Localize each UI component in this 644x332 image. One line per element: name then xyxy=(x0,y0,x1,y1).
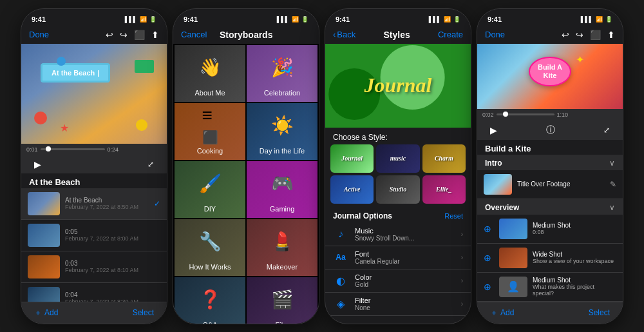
category-about-me[interactable]: 👋 About Me xyxy=(175,45,245,102)
phone3-top-bar: ‹ Back Styles Create xyxy=(325,27,471,44)
options-title-3: Journal Options xyxy=(333,211,392,220)
clip-thumb-3 xyxy=(28,287,60,302)
filter-value: None xyxy=(355,304,455,311)
scrubber-4[interactable] xyxy=(497,113,554,115)
medium-shot-item-1[interactable]: ⊕ Medium Shot 0:08 xyxy=(477,215,623,244)
diy-icon: 🖌️ xyxy=(199,173,222,194)
diy-label: DIY xyxy=(175,205,245,213)
preview-controls-4: 0:02 1:10 xyxy=(477,109,623,121)
option-filter[interactable]: ◈ Filter None › xyxy=(325,293,471,316)
category-diy[interactable]: 🖌️ DIY xyxy=(175,161,245,218)
qa-label: Q&A xyxy=(175,321,245,324)
category-gaming[interactable]: 🎮 Gaming xyxy=(247,161,317,218)
cancel-button-2[interactable]: Cancel xyxy=(181,30,207,39)
play-button-4[interactable]: ▶ xyxy=(490,125,497,135)
battery-icon: 🔋 xyxy=(149,16,156,23)
redo-icon-4[interactable]: ↪ xyxy=(576,30,583,40)
back-button-3[interactable]: ‹ Back xyxy=(333,30,355,39)
clip-item-1[interactable]: 0:05 February 7, 2022 at 8:00 AM xyxy=(21,220,167,251)
wifi-icon-2: 📶 xyxy=(292,16,299,23)
option-music[interactable]: ♪ Music Snowy Stroll Down... › xyxy=(325,223,471,246)
select-button-4[interactable]: Select xyxy=(589,308,610,317)
add-icon-1: ＋ xyxy=(34,308,42,318)
clip-item-2[interactable]: 0:03 February 7, 2022 at 8:10 AM xyxy=(21,251,167,283)
style-studio[interactable]: Studio xyxy=(376,175,419,204)
style-charm[interactable]: Charm xyxy=(422,144,466,173)
cooking-icon: ≡⬛ xyxy=(202,105,218,146)
add-shot-icon-3[interactable]: ⊕ xyxy=(484,282,494,292)
style-studio-label: Studio xyxy=(390,186,407,193)
music-info: Music Snowy Stroll Down... xyxy=(355,227,455,242)
add-shot-icon-1[interactable]: ⊕ xyxy=(484,224,494,234)
category-celebration[interactable]: 🎉 Celebration xyxy=(247,45,317,102)
section-intro-header[interactable]: Intro ∨ xyxy=(477,155,623,170)
music-name: Music xyxy=(355,227,455,235)
done-button-4[interactable]: Done xyxy=(485,30,505,39)
makeover-icon: 💄 xyxy=(271,231,294,252)
export-icon[interactable]: ⬆ xyxy=(151,30,159,40)
preview-area-4: Build AKite ✦ xyxy=(477,44,623,109)
add-button-1[interactable]: ＋ Add xyxy=(34,308,58,318)
style-disco[interactable]: Ellie_ xyxy=(422,175,466,204)
clip-info-2: 0:03 February 7, 2022 at 8:10 AM xyxy=(65,260,160,273)
undo-icon[interactable]: ↩ xyxy=(106,30,113,40)
select-button-1[interactable]: Select xyxy=(133,308,154,317)
category-how-it-works[interactable]: 🔧 How It Works xyxy=(175,219,245,276)
share-icon-4[interactable]: ⬛ xyxy=(590,30,601,40)
done-button-1[interactable]: Done xyxy=(29,30,49,39)
category-qa[interactable]: ❓ Q&A xyxy=(175,277,245,324)
style-grid-3: Journal music Charm Active Studio Ellie_ xyxy=(325,144,471,208)
status-bar-2: 9:41 ▌▌▌ 📶 🔋 xyxy=(173,9,319,27)
clip-item-0[interactable]: At the Beach February 7, 2022 at 8:50 AM… xyxy=(21,188,167,220)
option-font[interactable]: Aa Font Canela Regular › xyxy=(325,246,471,269)
status-icons-1: ▌▌▌ 📶 🔋 xyxy=(125,16,156,23)
undo-icon-4[interactable]: ↩ xyxy=(562,30,569,40)
style-active[interactable]: Active xyxy=(330,175,374,204)
reset-button-3[interactable]: Reset xyxy=(444,212,463,220)
hero-journal-text: Journal xyxy=(365,73,432,97)
add-icon-4: ＋ xyxy=(490,308,498,318)
fullscreen-button-1[interactable]: ⤢ xyxy=(147,160,154,169)
option-color[interactable]: ◐ Color Gold › xyxy=(325,269,471,293)
scrubber-thumb-1 xyxy=(46,146,51,151)
category-makeover[interactable]: 💄 Makeover xyxy=(247,219,317,276)
title-footage-name: Title Over Footage xyxy=(517,181,605,188)
info-button-4[interactable]: ⓘ xyxy=(546,124,555,136)
music-value: Snowy Stroll Down... xyxy=(355,235,455,242)
play-button-1[interactable]: ▶ xyxy=(34,159,41,170)
add-shot-icon-2[interactable]: ⊕ xyxy=(484,253,494,263)
toolbar-icons-4: ↩ ↪ ⬛ ⬆ xyxy=(562,30,615,40)
style-journal[interactable]: Journal xyxy=(330,144,374,173)
title-over-footage-item[interactable]: Title Over Footage ✎ xyxy=(477,170,623,199)
redo-icon[interactable]: ↪ xyxy=(120,30,128,40)
deco-circle-blue xyxy=(57,57,66,66)
style-music[interactable]: music xyxy=(376,144,419,173)
clip-check-0: ✓ xyxy=(154,199,160,208)
medium-shot-item-2[interactable]: ⊕ 👤 Medium Shot What makes this project … xyxy=(477,273,623,302)
wide-shot-item[interactable]: ⊕ Wide Shot Show a view of your workspac… xyxy=(477,244,623,273)
create-button-3[interactable]: Create xyxy=(438,30,463,39)
clip-thumb-1 xyxy=(28,224,60,247)
category-cooking[interactable]: ≡⬛ Cooking xyxy=(175,103,245,160)
category-day-in-life[interactable]: ☀️ Day in the Life xyxy=(247,103,317,160)
time-bar-4: 0:02 1:10 xyxy=(482,112,568,118)
about-icon: 👋 xyxy=(199,57,222,78)
add-button-4[interactable]: ＋ Add xyxy=(490,308,514,318)
project-title-1: At the Beach xyxy=(21,173,167,188)
medium-shot-name-1: Medium Shot xyxy=(533,222,616,229)
phone3-styles: 9:41 ▌▌▌ 📶 🔋 ‹ Back Styles Create Journa… xyxy=(325,8,471,324)
signal-icon-2: ▌▌▌ xyxy=(277,16,289,23)
title-footage-edit[interactable]: ✎ xyxy=(610,180,616,189)
chevron-left-icon: ‹ xyxy=(333,30,336,39)
daylife-label: Day in the Life xyxy=(247,147,317,155)
clip-item-3[interactable]: 0:04 February 7, 2022 at 8:30 AM xyxy=(21,283,167,302)
fullscreen-button-4[interactable]: ⤢ xyxy=(603,126,610,135)
qa-icon: ❓ xyxy=(199,289,222,310)
share-icon[interactable]: ⬛ xyxy=(134,30,145,40)
scrubber-1[interactable] xyxy=(41,148,105,150)
wide-shot-info: Wide Shot Show a view of your workspace xyxy=(533,251,616,264)
section-overview-header[interactable]: Overview ∨ xyxy=(477,199,623,215)
category-film[interactable]: 🎬 Film xyxy=(247,277,317,324)
export-icon-4[interactable]: ⬆ xyxy=(607,30,615,40)
phone1-bottom-bar: ＋ Add Select xyxy=(21,302,167,324)
